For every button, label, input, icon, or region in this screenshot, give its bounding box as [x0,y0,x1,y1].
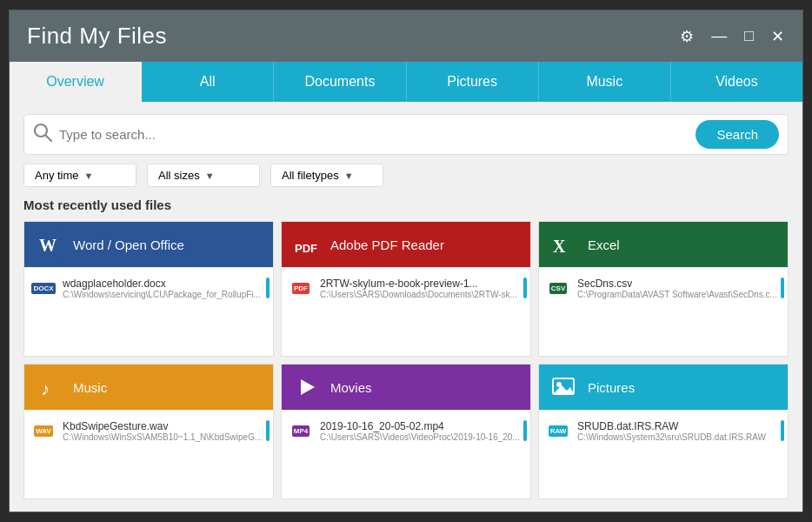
list-item[interactable]: DOCX wdagplaceholder.docx C:\Windows\ser… [24,267,273,308]
list-item[interactable]: RAW SRUDB.dat.IRS.RAW C:\Windows\System3… [539,410,788,451]
list-item[interactable]: MP4 2019-10-16_20-05-02.mp4 C:\Users\SAR… [282,410,530,451]
svg-text:♪: ♪ [41,379,50,398]
file-bar [523,278,527,298]
main-window: Find My Files ⚙ — □ ✕ Overview All Docum… [9,10,803,512]
svg-text:W: W [39,236,57,255]
pictures-icon [548,371,579,403]
list-item[interactable]: CSV SecDns.csv C:\ProgramData\AVAST Soft… [539,267,788,308]
pdf-file-icon: PDF [289,274,313,302]
category-label-music: Music [73,380,107,395]
category-label-word: Word / Open Office [73,238,184,252]
navbar: Overview All Documents Pictures Music Vi… [10,62,802,102]
category-header-excel[interactable]: X Excel [539,222,788,267]
titlebar: Find My Files ⚙ — □ ✕ [10,10,802,62]
file-bar [781,278,784,298]
tab-overview[interactable]: Overview [10,62,142,102]
category-word: W Word / Open Office DOCX wdagplaceholde… [23,221,274,357]
file-info: wdagplaceholder.docx C:\Windows\servicin… [63,278,266,299]
search-icon [33,123,52,146]
section-title: Most recently used files [23,197,789,212]
file-grid: W Word / Open Office DOCX wdagplaceholde… [23,221,789,499]
movies-icon [290,371,322,403]
category-pdf: PDF Adobe PDF Reader PDF 2RTW-skylum-e-b… [281,221,531,357]
filter-bar: Any time ▼ All sizes ▼ All filetypes ▼ [23,164,789,187]
excel-icon: X [548,229,579,260]
file-path: C:\Users\SARS\Videos\VideoProc\2019-10-1… [320,432,523,442]
music-icon: ♪ [33,371,64,403]
category-label-pdf: Adobe PDF Reader [330,238,444,252]
file-path: C:\Windows\WinSxS\AM5B10~1.1_N\KbdSwipeG… [63,432,266,442]
chevron-down-icon: ▼ [205,171,215,181]
file-path: C:\ProgramData\AVAST Software\Avast\SecD… [577,290,781,299]
filter-time[interactable]: Any time ▼ [23,164,136,187]
category-header-pdf[interactable]: PDF Adobe PDF Reader [282,222,530,267]
category-header-music[interactable]: ♪ Music [24,365,273,410]
category-header-word[interactable]: W Word / Open Office [24,222,273,267]
category-excel: X Excel CSV SecDns.csv C:\ProgramData\AV… [538,221,789,357]
category-movies: Movies MP4 2019-10-16_20-05-02.mp4 C:\Us… [281,364,531,499]
category-label-pictures: Pictures [588,380,635,395]
file-name: SecDns.csv [577,278,781,290]
maximize-icon[interactable]: □ [740,25,758,47]
tab-videos[interactable]: Videos [671,62,802,102]
main-content: Search Any time ▼ All sizes ▼ All filety… [10,102,802,512]
category-header-pictures[interactable]: Pictures [539,365,788,410]
file-name: KbdSwipeGesture.wav [63,420,266,432]
file-info: SecDns.csv C:\ProgramData\AVAST Software… [577,278,781,299]
tab-pictures[interactable]: Pictures [407,62,539,102]
minimize-icon[interactable]: — [707,25,731,47]
category-label-movies: Movies [330,380,372,395]
file-bar [781,420,784,441]
svg-text:X: X [553,237,566,256]
tab-documents[interactable]: Documents [274,62,406,102]
csv-file-icon: CSV [546,274,570,302]
raw-file-icon: RAW [546,417,570,445]
file-name: 2019-10-16_20-05-02.mp4 [320,420,523,432]
app-title: Find My Files [27,23,167,50]
file-path: C:\Users\SARS\Downloads\Documents\2RTW-s… [320,290,523,299]
file-path: C:\Windows\servicing\LCU\Package_for_Rol… [63,290,266,299]
list-item[interactable]: PDF 2RTW-skylum-e-book-preview-1... C:\U… [282,267,530,308]
list-item[interactable]: WAV KbdSwipeGesture.wav C:\Windows\WinSx… [24,410,273,451]
file-info: KbdSwipeGesture.wav C:\Windows\WinSxS\AM… [63,420,266,442]
search-bar: Search [23,114,789,155]
file-bar [523,420,527,441]
category-pictures: Pictures RAW SRUDB.dat.IRS.RAW C:\Window… [538,364,789,499]
category-header-movies[interactable]: Movies [282,365,530,410]
svg-line-1 [46,136,52,142]
search-input[interactable] [59,127,696,142]
pdf-icon: PDF [290,229,322,260]
filter-filetype[interactable]: All filetypes ▼ [270,164,383,187]
chevron-down-icon: ▼ [344,171,354,181]
file-name: SRUDB.dat.IRS.RAW [577,420,781,432]
chevron-down-icon: ▼ [84,171,94,181]
file-info: SRUDB.dat.IRS.RAW C:\Windows\System32\sr… [577,420,781,442]
search-button[interactable]: Search [696,120,779,149]
window-controls: ⚙ — □ ✕ [676,25,789,48]
file-info: 2019-10-16_20-05-02.mp4 C:\Users\SARS\Vi… [320,420,523,442]
category-label-excel: Excel [588,238,620,252]
svg-text:PDF: PDF [295,242,317,255]
mp4-file-icon: MP4 [289,417,313,445]
settings-icon[interactable]: ⚙ [676,25,698,48]
word-icon: W [33,229,64,260]
wav-file-icon: WAV [31,417,56,445]
file-name: 2RTW-skylum-e-book-preview-1... [320,278,523,290]
file-path: C:\Windows\System32\sru\SRUDB.dat.IRS.RA… [577,432,781,442]
category-music: ♪ Music WAV KbdSwipeGesture.wav C:\Windo… [23,364,274,499]
filter-size[interactable]: All sizes ▼ [147,164,260,187]
file-bar [266,278,270,298]
docx-file-icon: DOCX [31,274,56,302]
tab-music[interactable]: Music [539,62,671,102]
file-info: 2RTW-skylum-e-book-preview-1... C:\Users… [320,278,523,299]
tab-all[interactable]: All [142,62,274,102]
close-icon[interactable]: ✕ [767,25,789,48]
file-bar [266,420,270,441]
file-name: wdagplaceholder.docx [63,278,266,290]
